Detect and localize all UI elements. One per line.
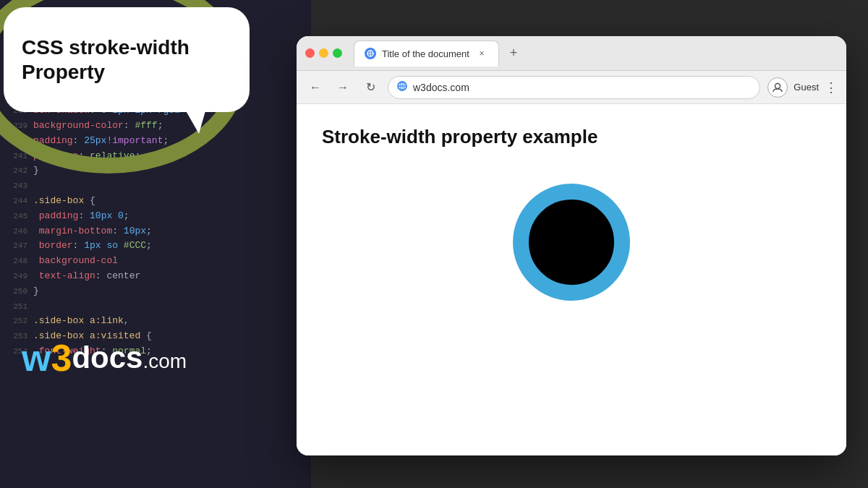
close-window-button[interactable] <box>305 48 315 58</box>
user-avatar-button[interactable] <box>767 77 788 98</box>
address-text: w3docs.com <box>413 82 469 93</box>
maximize-window-button[interactable] <box>333 48 342 58</box>
tab-title: Title of the document <box>382 48 469 59</box>
traffic-lights <box>305 48 342 58</box>
browser-tab-active[interactable]: Title of the document × <box>354 40 499 67</box>
address-globe-icon <box>397 81 407 93</box>
guest-label: Guest <box>793 82 819 93</box>
logo-w3: w3 <box>22 336 72 380</box>
svg-point-7 <box>775 83 780 88</box>
stroke-width-demo <box>322 170 821 314</box>
tab-close-button[interactable]: × <box>475 47 488 60</box>
speech-bubble: CSS stroke-width Property <box>4 7 250 112</box>
demo-circle <box>521 192 622 293</box>
user-area: Guest ⋮ <box>767 77 838 98</box>
browser-window: Title of the document × + ← → ↻ w3docs.c… <box>297 36 846 455</box>
page-heading: Stroke-width property example <box>322 126 821 148</box>
tab-favicon <box>365 48 376 59</box>
back-button[interactable]: ← <box>305 77 326 98</box>
browser-content: Stroke-width property example <box>297 104 846 455</box>
forward-button[interactable]: → <box>333 77 353 98</box>
logo-docs-com: docs.com <box>72 341 187 375</box>
browser-titlebar: Title of the document × + <box>297 36 846 71</box>
new-tab-button[interactable]: + <box>503 43 524 64</box>
w3docs-logo: w3 docs.com <box>22 336 187 380</box>
minimize-window-button[interactable] <box>319 48 328 58</box>
speech-title: CSS stroke-width Property <box>22 35 190 84</box>
browser-menu-button[interactable]: ⋮ <box>825 80 838 95</box>
tab-area: Title of the document × + <box>354 40 838 67</box>
address-bar[interactable]: w3docs.com <box>388 76 760 99</box>
address-bar-row: ← → ↻ w3docs.com Guest ⋮ <box>297 71 846 104</box>
demo-svg <box>499 170 644 314</box>
refresh-button[interactable]: ↻ <box>360 77 380 98</box>
